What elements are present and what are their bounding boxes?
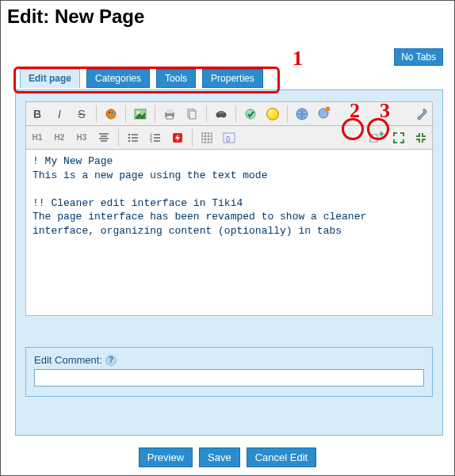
globe-link-icon	[295, 107, 309, 121]
svg-rect-10	[189, 111, 196, 119]
edit-page-root: Edit: New Page No Tabs 1 Edit page Categ…	[0, 0, 455, 476]
table-button[interactable]	[197, 128, 217, 148]
globe-check-icon	[244, 108, 257, 120]
toolbar-separator	[206, 105, 207, 123]
flash-button[interactable]	[167, 128, 188, 148]
tab-tools[interactable]: Tools	[156, 69, 196, 88]
svg-point-19	[128, 139, 130, 141]
svg-point-17	[128, 133, 130, 135]
collapse-icon	[415, 131, 427, 144]
editor-textarea[interactable]	[25, 150, 433, 316]
source-button[interactable]: {}	[219, 128, 239, 148]
external-link-button[interactable]	[314, 104, 335, 124]
align-icon	[98, 132, 109, 143]
edit-panel: B I S	[15, 89, 443, 436]
image-button[interactable]	[130, 104, 151, 124]
tab-categories[interactable]: Categories	[86, 69, 150, 88]
svg-point-18	[128, 136, 130, 138]
switch-editor-button[interactable]	[366, 128, 387, 148]
editor-toolbar: B I S	[25, 101, 433, 150]
tabs: Edit page Categories Tools Properties	[15, 69, 434, 88]
toolbar-separator	[96, 105, 97, 123]
toolbar-separator	[192, 129, 193, 147]
find-button[interactable]	[211, 104, 231, 124]
svg-rect-24	[202, 133, 212, 143]
bold-icon: B	[33, 108, 41, 120]
align-button[interactable]	[94, 128, 114, 148]
svg-text:{}: {}	[226, 135, 231, 142]
copy-button[interactable]	[182, 104, 202, 124]
save-button[interactable]: Save	[199, 447, 240, 467]
no-tabs-button[interactable]: No Tabs	[394, 48, 443, 66]
svg-text:3: 3	[150, 139, 152, 143]
toolbar-row-2: H1 H2 H3 123	[26, 126, 432, 150]
tab-edit-page[interactable]: Edit page	[20, 69, 80, 88]
special-char-button[interactable]	[240, 104, 261, 124]
h3-button[interactable]: H3	[71, 128, 92, 148]
svg-rect-7	[166, 109, 173, 113]
image-icon	[134, 108, 147, 120]
edit-comment-label: Edit Comment:	[34, 354, 102, 366]
edit-comment-label-row: Edit Comment: ?	[34, 354, 424, 366]
h1-button[interactable]: H1	[27, 128, 48, 148]
svg-rect-13	[219, 111, 224, 114]
code-icon: {}	[223, 131, 235, 144]
list-ol-button[interactable]: 123	[145, 128, 166, 148]
smiley-button[interactable]	[262, 104, 283, 124]
edit-comment-box: Edit Comment: ?	[25, 347, 433, 397]
expand-icon	[392, 131, 405, 144]
strike-icon: S	[78, 108, 85, 120]
italic-icon: I	[58, 108, 61, 120]
strike-button[interactable]: S	[71, 104, 92, 124]
flash-icon	[171, 131, 184, 144]
settings-button[interactable]	[411, 104, 431, 124]
palette-icon	[105, 108, 117, 120]
list-ul-button[interactable]	[123, 128, 143, 148]
toolbar-separator	[235, 105, 236, 123]
bold-button[interactable]: B	[27, 104, 48, 124]
toolbar-separator	[125, 105, 126, 123]
svg-point-14	[246, 109, 255, 119]
table-icon	[201, 132, 212, 143]
italic-button[interactable]: I	[49, 104, 70, 124]
printer-icon	[163, 108, 176, 120]
fullscreen-button[interactable]	[388, 128, 409, 148]
svg-point-1	[109, 111, 111, 113]
help-icon[interactable]: ?	[105, 355, 117, 366]
tab-properties[interactable]: Properties	[202, 69, 263, 88]
annotation-number-1: 1	[292, 47, 303, 70]
page-title: Edit: New Page	[7, 6, 454, 28]
print-button[interactable]	[159, 104, 180, 124]
shrink-button[interactable]	[411, 128, 431, 148]
preview-button[interactable]: Preview	[139, 447, 193, 467]
svg-point-3	[110, 114, 113, 116]
globe-arrow-icon	[317, 107, 331, 121]
tabs-container: Edit page Categories Tools Properties	[15, 69, 434, 88]
svg-point-5	[136, 111, 140, 114]
toolbar-row-1: B I S	[26, 102, 432, 126]
svg-rect-27	[370, 135, 377, 142]
list-ol-icon: 123	[150, 132, 161, 143]
action-bar: Preview Save Cancel Edit	[1, 447, 454, 467]
copy-icon	[185, 108, 198, 120]
binoculars-icon	[215, 108, 228, 120]
svg-point-0	[106, 109, 116, 119]
list-ul-icon	[128, 132, 139, 143]
svg-rect-8	[166, 116, 173, 119]
color-button[interactable]	[101, 104, 121, 124]
h2-button[interactable]: H2	[49, 128, 70, 148]
cancel-edit-button[interactable]: Cancel Edit	[247, 447, 316, 467]
toolbar-separator	[118, 129, 119, 147]
toolbar-separator	[155, 105, 155, 123]
svg-point-2	[112, 111, 114, 113]
smiley-icon	[266, 108, 279, 120]
wrench-icon	[415, 108, 427, 120]
edit-comment-input[interactable]	[34, 369, 424, 387]
link-button[interactable]	[292, 104, 312, 124]
switch-icon	[369, 131, 384, 144]
toolbar-separator	[287, 105, 288, 123]
